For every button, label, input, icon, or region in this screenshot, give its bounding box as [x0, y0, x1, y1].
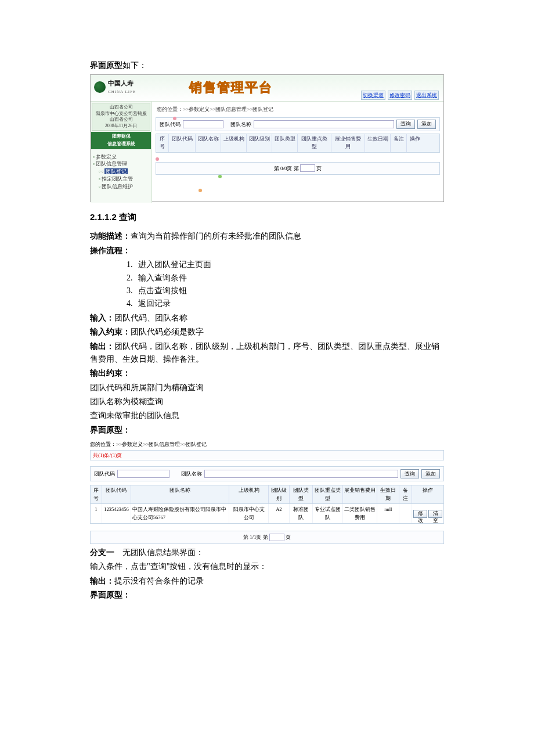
input-team-code[interactable]: [183, 120, 223, 128]
grid-header: 序号 团队代码 团队名称 上级机构 团队级别 团队类型 团队重点类型 展业销售费…: [156, 134, 440, 153]
proto-label: 界面原型：: [90, 424, 444, 437]
outcon-line: 查询未做审批的团队信息: [90, 409, 444, 422]
col: 团队代码: [169, 134, 196, 152]
intro-line: 界面原型如下：: [90, 59, 444, 72]
cell-seq: 1: [91, 504, 102, 523]
outcon-line: 团队名称为模糊查询: [90, 395, 444, 408]
top-bar: 中国人寿 CHINA LIFE 销售管理平台 切换渠道 修改密码 退出系统: [91, 75, 443, 102]
cell-keytype: 专业试点团队: [313, 504, 343, 523]
col: 序号: [156, 134, 169, 152]
label-team-name: 团队名称: [181, 470, 202, 478]
breadcrumb: 您的位置：>>参数定义>>团队信息管理>>团队登记: [156, 104, 440, 117]
pager-post: 页: [316, 165, 322, 171]
decor-dot: [218, 175, 222, 178]
col: 上级机构: [229, 485, 269, 503]
col: 团队级别: [269, 485, 290, 503]
edit-button[interactable]: 修改: [413, 510, 427, 518]
col: 备注: [399, 485, 412, 503]
tree-node-team-mgmt[interactable]: 团队信息管理: [93, 160, 149, 168]
logo-name: 中国人寿: [108, 78, 136, 89]
cell-code: 1235423456: [102, 504, 131, 523]
col: 操作: [407, 134, 423, 152]
screenshot-2: 您的位置：>>参数定义>>团队信息管理>>团队登记 共(1)条/(1)页 团队代…: [90, 439, 444, 544]
col: 展业销售费用: [331, 134, 365, 152]
search-button[interactable]: 查询: [400, 469, 419, 478]
branch-proto-label: 界面原型：: [90, 589, 444, 602]
tree-node-team-register[interactable]: ▫ 团队登记: [99, 168, 149, 175]
col: 团队名称: [131, 485, 229, 503]
add-button[interactable]: 添加: [421, 469, 440, 478]
col: 生效日期: [365, 134, 391, 152]
col: 备注: [391, 134, 407, 152]
nav-tree: 参数定义 团队信息管理 ▫ 团队登记 指定团队主管 团队信息维护: [91, 150, 151, 194]
add-button[interactable]: 添加: [417, 120, 436, 129]
sidebar: 山西省公司 阳泉市中心支公司营销服 山西省公司 2008年11月26日 团寿财保…: [91, 102, 152, 203]
col: 团队重点类型: [313, 485, 343, 503]
input-constraint-line: 输入约束：团队代码必须是数字: [90, 326, 444, 339]
pager-pre: 第 0/0页 第: [274, 165, 299, 171]
breadcrumb: 您的位置：>>参数定义>>团队信息管理>>团队登记: [90, 439, 444, 449]
grid-header: 序号 团队代码 团队名称 上级机构 团队级别 团队类型 团队重点类型 展业销售费…: [90, 485, 444, 504]
label-team-name: 团队名称: [230, 120, 251, 128]
pager-input[interactable]: [300, 164, 315, 172]
org-line: 阳泉市中心支公司营销服: [93, 111, 149, 117]
outcon-line: 团队代码和所属部门为精确查询: [90, 381, 444, 394]
step: 输入查询条件: [135, 272, 444, 285]
org-info-box: 山西省公司 阳泉市中心支公司营销服 山西省公司 2008年11月26日: [92, 103, 150, 131]
pager-post: 页: [286, 534, 291, 540]
link-logout[interactable]: 退出系统: [414, 91, 439, 100]
tree-node-params[interactable]: 参数定义: [93, 153, 149, 161]
col: 团队级别: [247, 134, 272, 152]
cell-parent: 阳泉市中心支公司: [229, 504, 269, 523]
col: 团队名称: [196, 134, 221, 152]
cell-ops: 修改 清空: [412, 504, 443, 523]
logo-sub: CHINA LIFE: [108, 89, 136, 95]
input-team-code[interactable]: [117, 470, 169, 478]
link-change-password[interactable]: 修改密码: [388, 91, 412, 100]
pager-input[interactable]: [269, 534, 284, 541]
system-title: 团寿财保 信息管理系统: [91, 132, 151, 149]
input-team-name[interactable]: [204, 470, 398, 478]
func-desc: 功能描述：查询为当前操作部门的所有未经批准的团队信息: [90, 230, 444, 243]
branch-output: 输出：提示没有符合条件的记录: [90, 575, 444, 588]
cell-fee: 二类团队销售费用: [343, 504, 378, 523]
branch-title: 分支一 无团队信息结果界面：: [90, 546, 444, 559]
pager: 第 0/0页 第 页: [156, 162, 440, 175]
decor-dot: [156, 157, 159, 161]
cell-name: 中国人寿财险保险股份有限公司阳泉市中心支公司56767: [131, 504, 229, 523]
search-button[interactable]: 查询: [396, 120, 415, 129]
col: 序号: [91, 485, 102, 503]
step: 返回记录: [135, 297, 444, 310]
input-team-name[interactable]: [254, 120, 394, 128]
pager-pre: 第 1/1页 第: [243, 534, 268, 540]
top-links: 切换渠道 修改密码 退出系统: [361, 91, 439, 100]
flow-label: 操作流程：: [90, 244, 444, 257]
col: 生效日期: [377, 485, 399, 503]
col: 上级机构: [221, 134, 247, 152]
decor-dot: [199, 189, 202, 192]
cell-level: A2: [269, 504, 290, 523]
tree-node-team-maintain[interactable]: 团队信息维护: [99, 183, 149, 190]
logo: 中国人寿 CHINA LIFE: [94, 78, 136, 95]
search-row: 团队代码 团队名称 查询 添加: [156, 117, 440, 131]
screenshot-1: 中国人寿 CHINA LIFE 销售管理平台 切换渠道 修改密码 退出系统 山西…: [90, 74, 444, 202]
grid-row: 1 1235423456 中国人寿财险保险股份有限公司阳泉市中心支公司56767…: [90, 504, 444, 524]
section-heading: 2.1.1.2 查询: [90, 210, 444, 224]
tree-node-assign-leader[interactable]: 指定团队主管: [99, 175, 149, 183]
step: 进入团队登记主页面: [135, 258, 444, 271]
intro-prefix: 界面原型: [90, 61, 122, 70]
org-line: 山西省公司: [93, 105, 149, 110]
cell-eff: null: [377, 504, 399, 523]
org-line: 山西省公司: [93, 117, 149, 123]
steps-list: 进入团队登记主页面 输入查询条件 点击查询按钮 返回记录: [135, 258, 444, 311]
main-panel: 您的位置：>>参数定义>>团队信息管理>>团队登记 团队代码 团队名称 查询 添…: [152, 102, 443, 203]
input-line: 输入：团队代码、团队名称: [90, 312, 444, 325]
intro-suffix: 如下：: [122, 61, 147, 70]
col: 团队类型: [272, 134, 298, 152]
banner-title: 销售管理平台: [189, 77, 273, 98]
clear-button[interactable]: 清空: [428, 510, 442, 518]
col: 团队重点类型: [298, 134, 331, 152]
pager: 第 1/1页 第 页: [90, 531, 444, 543]
cell-remark: [399, 504, 412, 523]
link-switch-channel[interactable]: 切换渠道: [361, 91, 385, 100]
